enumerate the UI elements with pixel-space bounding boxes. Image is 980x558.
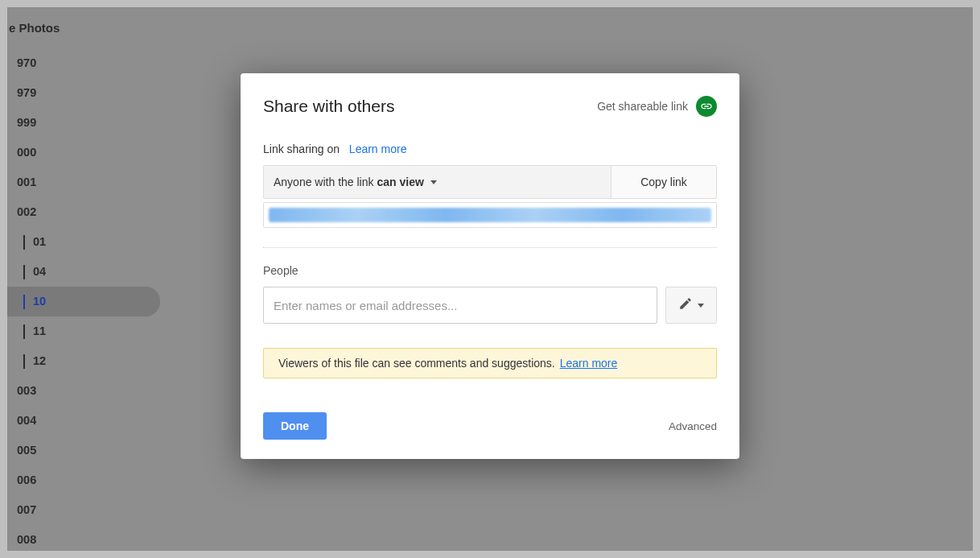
sidebar-item[interactable]: 003 <box>7 376 160 406</box>
get-shareable-link-button[interactable]: Get shareable link <box>597 96 717 117</box>
sidebar-item[interactable]: 004 <box>7 406 160 436</box>
share-url-field[interactable] <box>263 202 717 228</box>
permission-dropdown[interactable] <box>665 287 717 324</box>
viewer-notice: Viewers of this file can see comments an… <box>263 348 717 378</box>
sidebar-item[interactable]: 002 <box>7 197 160 227</box>
link-icon <box>696 96 717 117</box>
sidebar-item[interactable]: 01 <box>7 227 160 257</box>
sidebar-item[interactable]: 008 <box>7 525 160 551</box>
learn-more-link[interactable]: Learn more <box>349 143 407 155</box>
sidebar-item[interactable]: 10 <box>7 287 160 316</box>
copy-link-button[interactable]: Copy link <box>611 166 716 198</box>
share-dialog: Share with others Get shareable link Lin… <box>241 73 739 459</box>
chevron-down-icon <box>698 304 704 308</box>
people-row <box>263 287 717 324</box>
sidebar-item[interactable]: 12 <box>7 346 160 376</box>
link-sharing-status: Link sharing on Learn more <box>263 143 717 155</box>
sidebar-item[interactable]: 04 <box>7 257 160 287</box>
separator <box>263 247 717 248</box>
dialog-footer: Done Advanced <box>263 412 717 440</box>
link-access-row: Anyone with the link can view Copy link <box>263 165 717 199</box>
notice-text: Viewers of this file can see comments an… <box>278 357 555 370</box>
people-input[interactable] <box>263 287 657 324</box>
sidebar-item[interactable]: 970 <box>7 48 160 78</box>
sidebar-list: 9709799990000010020104101112003004005006… <box>7 48 160 551</box>
sidebar-item[interactable]: 999 <box>7 108 160 138</box>
sidebar-item[interactable]: 11 <box>7 316 160 346</box>
people-label: People <box>263 264 717 277</box>
dialog-header: Share with others Get shareable link <box>263 96 717 117</box>
dialog-title: Share with others <box>263 97 394 116</box>
advanced-link[interactable]: Advanced <box>669 420 717 432</box>
access-level-dropdown[interactable]: Anyone with the link can view <box>264 166 611 198</box>
chevron-down-icon <box>430 180 437 184</box>
sidebar: e Photos 9709799990000010020104101112003… <box>7 7 160 551</box>
sidebar-item[interactable]: 007 <box>7 495 160 525</box>
share-url-redacted <box>269 208 711 222</box>
notice-learn-more-link[interactable]: Learn more <box>560 357 618 370</box>
sidebar-item[interactable]: 006 <box>7 465 160 495</box>
sidebar-item[interactable]: 001 <box>7 167 160 197</box>
pencil-icon <box>678 296 693 314</box>
sidebar-item[interactable]: 005 <box>7 436 160 465</box>
done-button[interactable]: Done <box>263 412 327 440</box>
sidebar-item[interactable]: 979 <box>7 78 160 108</box>
sidebar-title: e Photos <box>7 7 160 34</box>
get-shareable-link-label: Get shareable link <box>597 100 688 113</box>
sidebar-item[interactable]: 000 <box>7 138 160 167</box>
